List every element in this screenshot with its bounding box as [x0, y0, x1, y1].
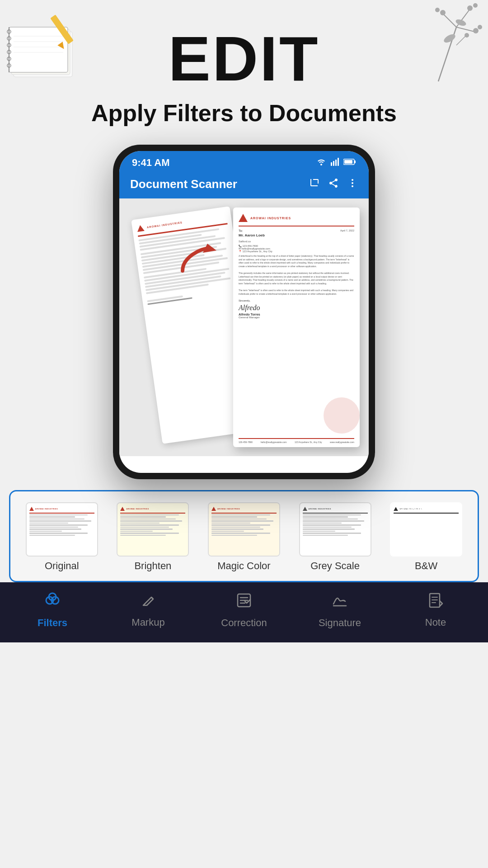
app-title: Document Scanner: [130, 177, 237, 191]
markup-icon: [140, 592, 157, 613]
phone-mockup-container: 9:41 AM: [0, 145, 488, 479]
nav-item-signature[interactable]: Signature: [313, 591, 367, 629]
filter-original-label: Original: [45, 560, 79, 572]
doc-paragraph3: The term "letterhead" is often used to r…: [239, 289, 354, 296]
filter-original[interactable]: AROWAI INDUSTRIES Original: [19, 502, 104, 572]
arrow-icon: [174, 244, 219, 280]
doc-paragraph1: A letterhead is the heading at the top o…: [239, 255, 354, 268]
svg-rect-33: [335, 160, 337, 166]
hero-subtitle: Apply Filters to Documents: [0, 99, 488, 127]
filter-magic-img[interactable]: AROWAI INDUSTRIES: [208, 502, 280, 557]
signal-icon: [331, 158, 339, 168]
correction-icon: [235, 591, 253, 613]
filter-original-img[interactable]: AROWAI INDUSTRIES: [26, 502, 98, 557]
status-icons: [316, 158, 356, 168]
doc-title: General Manager: [239, 316, 354, 319]
filter-brighten[interactable]: AROWAI INDUSTRIES Brighten: [111, 502, 196, 572]
filter-grey-label: Grey Scale: [310, 560, 360, 572]
filters-icon: [43, 591, 61, 613]
filter-row: AROWAI INDUSTRIES Original: [19, 502, 469, 572]
doc-address: 123 Anywhere St., Any City: [243, 250, 272, 253]
nav-item-markup[interactable]: Markup: [121, 592, 175, 628]
filter-brighten-label: Brighten: [134, 560, 171, 572]
footer-email: hello@reallygreatsite.com: [261, 441, 287, 443]
nav-label-note: Note: [425, 617, 446, 628]
filter-brighten-img[interactable]: AROWAI INDUSTRIES: [117, 502, 189, 557]
hero-section: EDIT Apply Filters to Documents: [0, 0, 488, 127]
wifi-icon: [316, 158, 326, 168]
nav-label-markup: Markup: [131, 617, 164, 628]
footer-web: www.reallygreatsite.com: [330, 441, 354, 443]
nav-item-correction[interactable]: Correction: [217, 591, 271, 629]
nav-item-note[interactable]: Note: [408, 592, 463, 628]
filter-bw-label: B&W: [415, 560, 437, 572]
svg-point-39: [352, 182, 353, 184]
nav-label-filters: Filters: [38, 617, 67, 629]
footer-phone: 126-456-7890: [239, 441, 253, 443]
nav-item-filters[interactable]: Filters: [25, 591, 80, 629]
more-icon[interactable]: [347, 178, 358, 191]
svg-rect-32: [333, 161, 334, 166]
filter-grey[interactable]: AROWAI INDUSTRIES Grey Scale: [293, 502, 378, 572]
hero-title: EDIT: [0, 27, 488, 90]
svg-rect-37: [354, 160, 356, 163]
svg-rect-36: [344, 160, 352, 164]
doc-footer: 126-456-7890 hello@reallygreatsite.com 1…: [239, 438, 354, 443]
doc-signatory: Alfredo Torres: [239, 313, 354, 316]
signature-cursive: Alfredo: [239, 304, 354, 312]
status-bar: 9:41 AM: [119, 151, 369, 174]
doc-display-area: AROWAI INDUSTRIES: [119, 198, 369, 456]
filter-bw[interactable]: AROWAI INDUSTRIES B&W: [384, 502, 469, 572]
doc-paragraph2: This generally includes the same informa…: [239, 272, 354, 285]
filter-magic[interactable]: AROWAI INDUSTRIES Magic Color: [202, 502, 286, 572]
doc-sincerely: Sincerely,: [239, 299, 354, 302]
doc-date: April 7, 2022: [340, 229, 354, 253]
bottom-nav: Filters Markup Correction: [0, 582, 488, 642]
document-card-front: AROWAI INDUSTRIES To: Mr. Aaron Loeb Sal…: [233, 208, 360, 447]
svg-rect-31: [331, 162, 332, 166]
filter-bw-img[interactable]: AROWAI INDUSTRIES: [390, 502, 462, 557]
battery-icon: [343, 158, 356, 168]
phone-inner: 9:41 AM: [119, 151, 369, 473]
svg-point-40: [352, 185, 353, 187]
doc-recipient: Mr. Aaron Loeb: [239, 233, 272, 237]
app-toolbar: Document Scanner: [119, 174, 369, 198]
toolbar-icons: [309, 178, 358, 191]
phone-outer: 9:41 AM: [113, 145, 375, 479]
nav-label-signature: Signature: [319, 617, 361, 629]
signature-icon: [331, 591, 349, 613]
filter-magic-label: Magic Color: [217, 560, 270, 572]
filter-row-container: AROWAI INDUSTRIES Original: [9, 490, 479, 582]
doc-to: To:: [239, 229, 272, 232]
footer-address: 123 Anywhere St., Any City: [295, 441, 322, 443]
svg-point-38: [352, 179, 353, 181]
crop-icon[interactable]: [309, 178, 320, 191]
doc-city: Salford.co: [239, 240, 272, 243]
note-icon: [427, 592, 444, 613]
svg-point-30: [320, 164, 322, 165]
nav-label-correction: Correction: [221, 617, 267, 629]
filter-grey-img[interactable]: AROWAI INDUSTRIES: [299, 502, 371, 557]
share-icon[interactable]: [328, 178, 339, 191]
svg-rect-34: [338, 158, 339, 166]
status-time: 9:41 AM: [132, 157, 170, 169]
